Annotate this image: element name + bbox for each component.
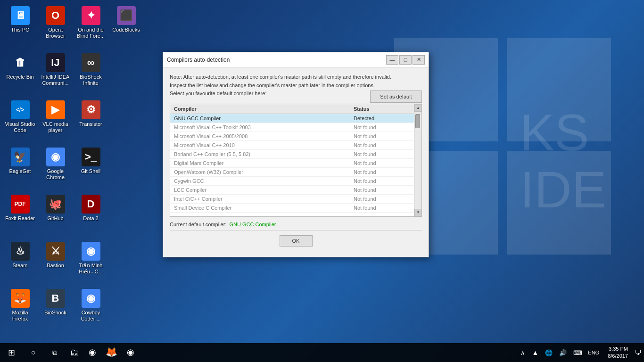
table-scrollbar[interactable]: ▲ ▼ — [414, 104, 421, 216]
compiler-table: Compiler Status GNU GCC CompilerDetected… — [170, 104, 414, 216]
compiler-table-row[interactable]: Microsoft Visual C++ Toolkit 2003Not fou… — [170, 123, 414, 132]
ok-button[interactable]: OK — [280, 235, 313, 247]
compiler-table-row[interactable]: Borland C++ Compiler (5.5, 5.82)Not foun… — [170, 150, 414, 159]
default-compiler-row: Current default compiler: GNU GCC Compil… — [170, 222, 422, 227]
compiler-table-row[interactable]: GNU GCC CompilerDetected — [170, 114, 414, 123]
dialog-minimize-button[interactable]: — — [386, 55, 398, 65]
compiler-name-cell: Borland C++ Compiler (5.5, 5.82) — [174, 151, 354, 157]
compiler-name-cell: LCC Compiler — [174, 187, 354, 193]
current-default-value: GNU GCC Compiler — [229, 222, 276, 227]
search-button[interactable]: ○ — [23, 343, 44, 362]
compiler-table-row[interactable]: Tiny C CompilerNot found — [170, 213, 414, 213]
dialog-overlay: Compilers auto-detection — □ ✕ Note: Aft… — [0, 0, 644, 343]
compiler-status-cell: Not found — [354, 187, 410, 193]
scroll-thumb[interactable] — [415, 114, 420, 128]
task-view-button[interactable]: ⧉ — [44, 343, 65, 362]
tray-keyboard[interactable]: ⌨ — [571, 348, 584, 357]
compiler-table-row[interactable]: LCC CompilerNot found — [170, 186, 414, 195]
compiler-table-row[interactable]: Small Device C CompilerNot found — [170, 204, 414, 213]
taskbar-firefox[interactable]: 🦊 — [101, 343, 122, 362]
compiler-name-cell: Microsoft Visual C++ Toolkit 2003 — [174, 124, 354, 130]
tray-network[interactable]: 🌐 — [543, 348, 554, 357]
compiler-status-cell: Not found — [354, 160, 410, 166]
compiler-name-cell: Microsoft Visual C++ 2005/2008 — [174, 133, 354, 139]
tray-language[interactable]: ENG — [587, 350, 600, 355]
taskbar: ⊞ ○ ⧉ 🗂 ◉ 🦊 ◉ ∧ ▲ 🌐 🔊 ⌨ ENG 3:35 PM 8/6/… — [0, 343, 644, 362]
compiler-status-cell: Not found — [354, 142, 410, 148]
compiler-name-cell: OpenWatcom (W32) Compiler — [174, 169, 354, 175]
col-header-compiler: Compiler — [174, 106, 354, 112]
compiler-status-cell: Not found — [354, 133, 410, 139]
tray-icon-1[interactable]: ▲ — [530, 348, 540, 357]
tray-chevron[interactable]: ∧ — [519, 348, 527, 357]
notification-center-button[interactable]: 🗨 — [632, 349, 644, 356]
scroll-up-button[interactable]: ▲ — [414, 104, 422, 112]
compiler-status-cell: Detected — [354, 115, 410, 121]
compiler-table-wrapper: Compiler Status GNU GCC CompilerDetected… — [170, 104, 422, 217]
compiler-status-cell: Not found — [354, 205, 410, 211]
compiler-name-cell: Intel C/C++ Compiler — [174, 196, 354, 202]
compiler-status-cell: Not found — [354, 169, 410, 175]
tray-volume[interactable]: 🔊 — [557, 348, 569, 357]
dialog-title: Compilers auto-detection — [167, 57, 230, 63]
compiler-status-cell: Not found — [354, 151, 410, 157]
compiler-name-cell: Cygwin GCC — [174, 178, 354, 184]
dialog-body: Note: After auto-detection, at least one… — [163, 67, 429, 257]
compiler-status-cell: Not found — [354, 124, 410, 130]
start-button[interactable]: ⊞ — [0, 343, 23, 362]
taskbar-apps: 🗂 ◉ 🦊 ◉ — [65, 343, 515, 362]
compiler-table-row[interactable]: OpenWatcom (W32) CompilerNot found — [170, 168, 414, 177]
compiler-table-row[interactable]: Digital Mars CompilerNot found — [170, 159, 414, 168]
compiler-name-cell: Small Device C Compiler — [174, 205, 354, 211]
dialog-titlebar: Compilers auto-detection — □ ✕ — [163, 52, 429, 67]
compiler-table-row[interactable]: Microsoft Visual C++ 2005/2008Not found — [170, 132, 414, 141]
dialog-footer: OK — [170, 230, 422, 251]
table-header: Compiler Status — [170, 104, 414, 114]
col-header-status: Status — [354, 106, 410, 112]
taskbar-chrome[interactable]: ◉ — [84, 343, 101, 362]
compiler-status-cell: Not found — [354, 196, 410, 202]
compiler-table-body[interactable]: GNU GCC CompilerDetectedMicrosoft Visual… — [170, 114, 414, 213]
compiler-name-cell: Digital Mars Compiler — [174, 160, 354, 166]
current-default-label: Current default compiler: — [170, 222, 226, 227]
set-as-default-button[interactable]: Set as default — [370, 90, 422, 103]
taskbar-clock[interactable]: 3:35 PM 8/6/2017 — [604, 346, 632, 360]
taskbar-file-explorer[interactable]: 🗂 — [65, 343, 84, 362]
taskbar-tray: ∧ ▲ 🌐 🔊 ⌨ ENG — [515, 343, 604, 362]
compiler-table-row[interactable]: Intel C/C++ CompilerNot found — [170, 195, 414, 204]
compiler-name-cell: GNU GCC Compiler — [174, 115, 354, 121]
compiler-status-cell: Not found — [354, 178, 410, 184]
compiler-table-row[interactable]: Cygwin GCCNot found — [170, 177, 414, 186]
scroll-down-button[interactable]: ▼ — [414, 209, 422, 216]
scroll-track — [414, 112, 421, 209]
compiler-table-row[interactable]: Microsoft Visual C++ 2010Not found — [170, 141, 414, 150]
compiler-name-cell: Microsoft Visual C++ 2010 — [174, 142, 354, 148]
dialog-window-controls: — □ ✕ — [386, 55, 425, 65]
taskbar-chrome2[interactable]: ◉ — [122, 343, 139, 362]
dialog-close-button[interactable]: ✕ — [413, 55, 425, 65]
dialog-maximize-button[interactable]: □ — [399, 55, 412, 65]
compiler-table-container: Compiler Status GNU GCC CompilerDetected… — [170, 104, 422, 217]
compilers-dialog: Compilers auto-detection — □ ✕ Note: Aft… — [163, 52, 429, 257]
